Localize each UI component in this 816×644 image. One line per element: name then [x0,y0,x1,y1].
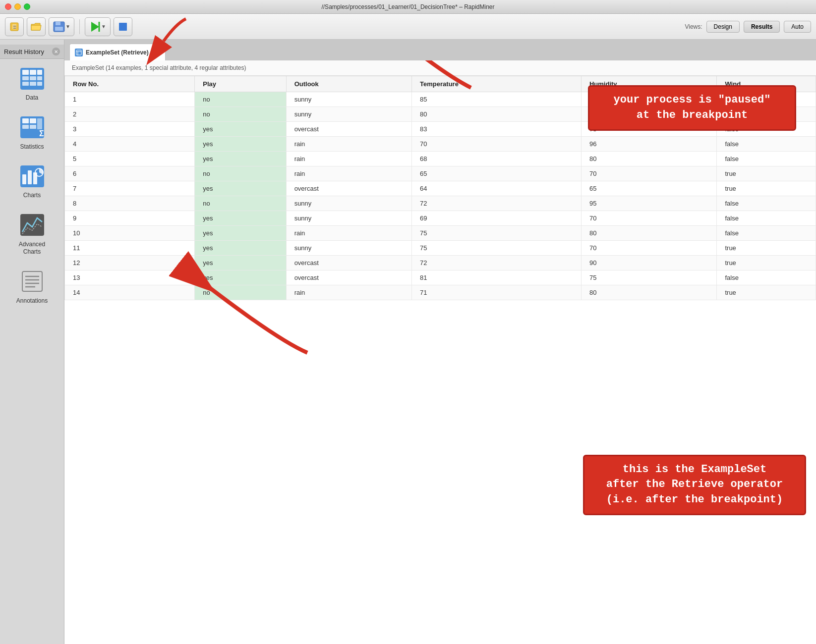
cell-temperature: 85 [412,92,582,107]
auto-view-button[interactable]: Auto [784,21,811,33]
run-button[interactable]: ▼ [85,17,111,36]
table-row: 4yesrain7096false [65,137,816,152]
cell-play: yes [195,226,286,241]
cell-temperature: 72 [412,256,582,270]
annotations-icon [17,268,47,295]
cell-humidity: 80 [581,226,716,241]
design-view-button[interactable]: Design [706,21,740,33]
col-header-temperature: Temperature [412,76,582,92]
svg-rect-37 [76,50,81,55]
cell-rowno: 12 [65,256,195,270]
fullscreen-button[interactable] [24,3,30,10]
stop-button[interactable] [114,17,132,36]
statistics-icon: Σ [17,114,47,141]
result-history-label: Result History [4,48,44,55]
col-header-rowno: Row No. [65,76,195,92]
toolbar: ☰ ▼ ▼ [0,14,816,40]
tab-close-button[interactable]: ✕ [154,48,160,57]
cell-wind: false [717,226,816,241]
cell-outlook: overcast [286,256,411,270]
cell-play: yes [195,152,286,166]
cell-humidity: 70 [581,166,716,181]
cell-outlook: rain [286,152,411,166]
svg-rect-4 [55,27,63,31]
cell-outlook: overcast [286,122,411,137]
new-process-button[interactable]: ☰ [5,17,24,36]
title-bar: //Samples/processes/01_Learner/01_Decisi… [0,0,816,14]
cell-play: no [195,196,286,211]
window-controls [5,3,30,10]
svg-rect-12 [37,70,42,75]
table-row: 10yesrain7580false [65,226,816,241]
minimize-button[interactable] [14,3,21,10]
results-view-button[interactable]: Results [744,21,780,33]
cell-wind: false [717,196,816,211]
svg-rect-17 [30,82,36,86]
svg-rect-24 [37,118,42,129]
cell-temperature: 70 [412,137,582,152]
data-icon [17,65,47,92]
svg-rect-20 [22,118,29,123]
example-set-tab[interactable]: ExampleSet (Retrieve) ✕ [69,44,166,60]
cell-humidity: 95 [581,196,716,211]
cell-play: yes [195,256,286,270]
cell-temperature: 72 [412,196,582,211]
cell-humidity: 70 [581,211,716,226]
save-dropdown-arrow[interactable]: ▼ [65,24,70,29]
result-history-close[interactable]: ✕ [52,48,60,55]
cell-outlook: sunny [286,196,411,211]
svg-rect-18 [37,82,42,86]
svg-rect-21 [30,118,36,123]
cell-temperature: 75 [412,241,582,256]
table-row: 9yessunny6970false [65,211,816,226]
cell-temperature: 80 [412,107,582,122]
cell-rowno: 8 [65,196,195,211]
run-dropdown-arrow[interactable]: ▼ [101,24,106,29]
cell-temperature: 71 [412,285,582,300]
sidebar-item-advanced-charts[interactable]: AdvancedCharts [0,206,64,262]
table-row: 12yesovercast7290true [65,256,816,270]
cell-rowno: 5 [65,152,195,166]
cell-humidity: 80 [581,152,716,166]
table-row: 8nosunny7295false [65,196,816,211]
cell-temperature: 83 [412,122,582,137]
table-row: 6norain6570true [65,166,816,181]
result-history-header: Result History ✕ [0,45,64,59]
table-row: 5yesrain6880false [65,152,816,166]
cell-play: no [195,285,286,300]
cell-play: yes [195,122,286,137]
cell-wind: true [717,166,816,181]
cell-play: yes [195,211,286,226]
svg-rect-27 [22,174,26,184]
cell-play: no [195,107,286,122]
sidebar-item-data[interactable]: Data [0,59,64,108]
advanced-charts-icon [17,212,47,239]
close-button[interactable] [5,3,11,10]
dataset-info: ExampleSet (14 examples, 1 special attri… [64,60,816,76]
tab-icon [75,49,83,56]
open-button[interactable] [27,17,46,36]
cell-wind: false [717,137,816,152]
svg-rect-14 [30,76,36,80]
table-row: 14norain7180true [65,285,816,300]
svg-marker-5 [91,22,99,32]
cell-rowno: 6 [65,166,195,181]
cell-outlook: sunny [286,241,411,256]
cell-rowno: 1 [65,92,195,107]
callout-pause: your process is "paused"at the breakpoin… [588,85,796,131]
sidebar: Result History ✕ Data [0,40,64,644]
svg-rect-22 [22,125,29,129]
svg-rect-10 [22,70,29,75]
svg-rect-16 [22,82,29,86]
svg-rect-15 [37,76,42,80]
sidebar-item-statistics[interactable]: Σ Statistics [0,108,64,157]
cell-temperature: 81 [412,270,582,285]
cell-play: no [195,92,286,107]
sidebar-item-annotations[interactable]: Annotations [0,262,64,311]
cell-wind: false [717,152,816,166]
save-button[interactable]: ▼ [49,17,74,36]
cell-play: no [195,166,286,181]
svg-rect-23 [30,125,36,129]
cell-rowno: 13 [65,270,195,285]
sidebar-item-charts[interactable]: Charts [0,157,64,206]
